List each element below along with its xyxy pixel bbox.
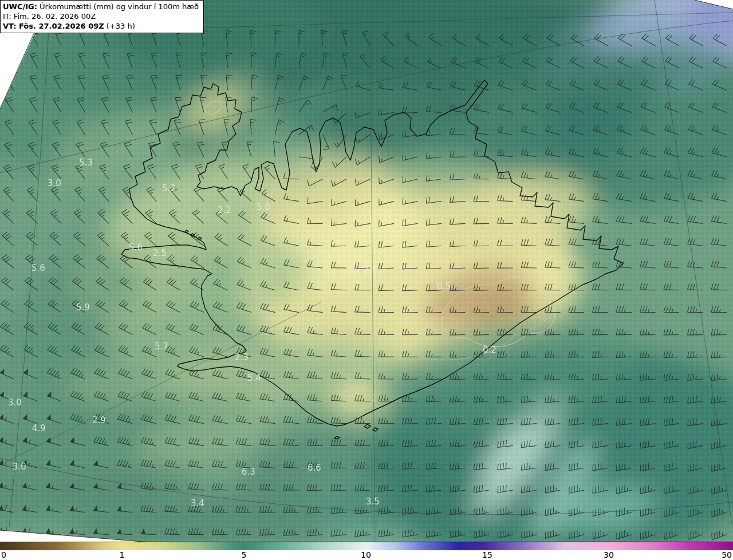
precip-colorbar (0, 542, 733, 551)
contour-label: 5.3 (79, 157, 93, 168)
contour-label: 3.0 (8, 397, 22, 408)
contour-label: 4.9 (32, 423, 46, 433)
contour-label: 5.0 (257, 202, 270, 212)
title-line-1: UWC/IG: Úrkomumætti (mm) og vindur í 100… (3, 2, 199, 11)
contour-label: 2.5 (153, 248, 167, 258)
colorbar-tick-10: 10 (361, 550, 371, 559)
colorbar-tick-labels: 01510153050 (0, 550, 733, 560)
contour-label: 5.2 (162, 183, 176, 194)
contour-label: 6.6 (308, 463, 321, 473)
colorbar-tick-50: 50 (722, 550, 732, 559)
contour-label: 0.5 (437, 281, 451, 291)
model-id-label: UWC/IG: (3, 2, 37, 11)
forecast-map: 5.33.05.22.25.05.62.55.65.91.00.55.72.35… (0, 0, 733, 542)
contour-label: 3.0 (48, 178, 61, 188)
title-box: UWC/IG: Úrkomumætti (mm) og vindur í 100… (0, 0, 204, 33)
colorbar-tick-15: 15 (482, 550, 492, 559)
contour-label: 5.6 (129, 242, 143, 253)
init-time: IT: Fim. 26. 02. 2026 00Z (3, 12, 96, 21)
contour-label: 0.2 (483, 345, 496, 355)
contour-label: 3.4 (191, 498, 204, 508)
title-text: Úrkomumætti (mm) og vindur í 100m hæð (37, 2, 199, 11)
contour-label: 3.0 (13, 462, 26, 472)
weather-map-image: 5.33.05.22.25.05.62.55.65.91.00.55.72.35… (0, 0, 733, 560)
contour-label: 2.9 (92, 415, 106, 425)
colorbar-tick-5: 5 (242, 550, 247, 559)
contour-label: 5.7 (155, 341, 168, 352)
colorbar-tick-0: 0 (1, 550, 6, 559)
contour-label: 2.2 (218, 205, 231, 215)
title-line-2: IT: Fim. 26. 02. 2026 00Z (3, 11, 199, 21)
contour-label: 5.6 (31, 263, 45, 273)
contour-label: 6.3 (242, 467, 255, 477)
lead-time: (+33 h) (104, 22, 135, 30)
contour-label: 5.9 (76, 302, 90, 313)
valid-time: VT: Fös. 27.02.2026 09Z (3, 22, 104, 30)
colorbar-tick-30: 30 (604, 550, 614, 559)
contour-label: 3.5 (366, 496, 380, 507)
contour-label: 2.3 (235, 352, 249, 362)
title-line-3: VT: Fös. 27.02.2026 09Z (+33 h) (3, 21, 199, 31)
contour-label: 1.0 (364, 265, 378, 275)
colorbar-tick-1: 1 (120, 550, 125, 559)
contour-label: 5.4 (247, 373, 261, 383)
